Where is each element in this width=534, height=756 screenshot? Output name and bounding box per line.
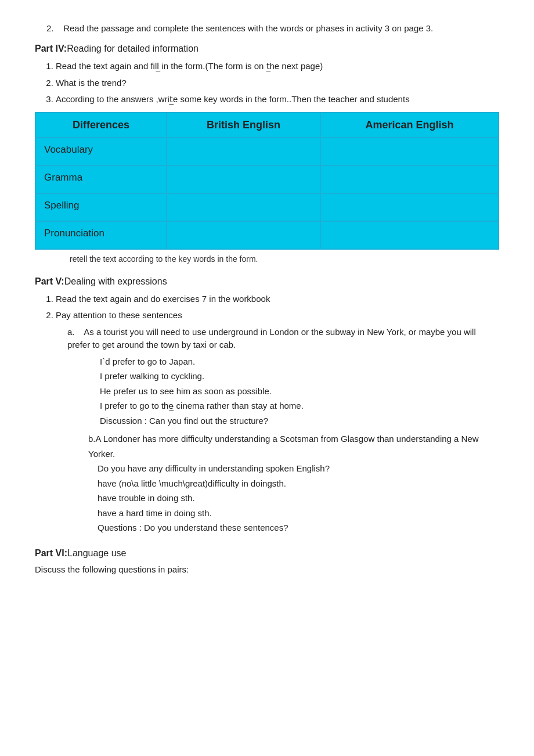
table-header-differences: Differences	[35, 113, 167, 138]
intro-text: Read the passage and complete the senten…	[63, 23, 433, 33]
part-iv-item-2: What is the trend?	[56, 77, 499, 90]
sub-item-b-intro: b.A Londoner has more difficulty underst…	[88, 431, 499, 461]
part-iv-list: Read the text again and fill̲ in the for…	[35, 60, 499, 106]
sub-b-line-3: have trouble in doing sth.	[98, 491, 499, 506]
sub-a-line-5: Discussion : Can you find out the struct…	[100, 413, 499, 429]
sub-b-line-4: have a hard time in doing sth.	[98, 506, 499, 521]
sub-item-a-text: As a tourist you will need to use underg…	[67, 327, 476, 350]
intro-number: 2.	[46, 23, 54, 33]
sub-b-line-2: have (no\a little \much\great)difficulty…	[98, 476, 499, 491]
row-american-pronunciation	[320, 221, 499, 249]
row-label-pronunciation: Pronunciation	[35, 221, 167, 249]
table-row-pronunciation: Pronunciation	[35, 221, 499, 249]
intro-item-2: 2. Read the passage and complete the sen…	[35, 23, 499, 33]
part-vi-text: Discuss the following questions in pairs…	[35, 564, 499, 574]
sub-item-a-lines: I`d prefer to go to Japan. I prefer walk…	[67, 354, 499, 429]
part-vi-subtitle: Language use	[67, 548, 126, 558]
sub-item-a-container: a. As a tourist you will need to use und…	[56, 326, 499, 429]
part-iv-header: Part IV:Reading for detailed information	[35, 44, 499, 54]
row-american-gramma	[320, 165, 499, 193]
sub-a-line-2: I prefer walking to cyckling.	[100, 369, 499, 384]
part-vi-label: Part VI:	[35, 548, 67, 558]
part-vi-header: Part VI:Language use	[35, 548, 499, 559]
retell-note: retell the text according to the key wor…	[35, 254, 499, 264]
row-american-spelling	[320, 193, 499, 221]
sub-a-line-3: He prefer us to see him as soon as possi…	[100, 384, 499, 399]
row-label-vocabulary: Vocabulary	[35, 138, 167, 165]
table-row-spelling: Spelling	[35, 193, 499, 221]
part-v-list: Read the text again and do exercises 7 i…	[35, 293, 499, 535]
row-american-vocabulary	[320, 138, 499, 165]
part-iv-item-1: Read the text again and fill̲ in the for…	[56, 60, 499, 73]
part-iv-subtitle: Reading for detailed information	[67, 44, 199, 53]
sub-item-a-label: a.	[67, 327, 75, 337]
row-label-spelling: Spelling	[35, 193, 167, 221]
differences-table: Differences British Englisn American Eng…	[35, 112, 499, 250]
part-v-label: Part V:	[35, 276, 64, 286]
part-iv-label: Part IV:	[35, 44, 67, 53]
table-header-american: American English	[320, 113, 499, 138]
sub-a-line-4: I prefer to go to the̲ cinema rather tha…	[100, 398, 499, 413]
row-label-gramma: Gramma	[35, 165, 167, 193]
row-british-vocabulary	[167, 138, 320, 165]
part-v-item-2: Pay attention to these sentences a. As a…	[56, 309, 499, 535]
table-row-vocabulary: Vocabulary	[35, 138, 499, 165]
row-british-gramma	[167, 165, 320, 193]
part-iv-item-3: According to the answers ,writ̲e some ke…	[56, 93, 499, 106]
row-british-spelling	[167, 193, 320, 221]
sub-b-line-5: Questions : Do you understand these sent…	[98, 520, 499, 535]
part-v-item-1: Read the text again and do exercises 7 i…	[56, 293, 499, 306]
sub-a-line-1: I`d prefer to go to Japan.	[100, 354, 499, 369]
sub-b-line-1: Do you have any difficulty in understand…	[98, 461, 499, 476]
sub-item-b-container: b.A Londoner has more difficulty underst…	[56, 431, 499, 535]
table-header-british: British Englisn	[167, 113, 320, 138]
part-v-subtitle: Dealing with expressions	[64, 276, 167, 286]
sub-item-b-lines: Do you have any difficulty in understand…	[88, 461, 499, 535]
table-row-gramma: Gramma	[35, 165, 499, 193]
part-v-header: Part V:Dealing with expressions	[35, 276, 499, 287]
row-british-pronunciation	[167, 221, 320, 249]
